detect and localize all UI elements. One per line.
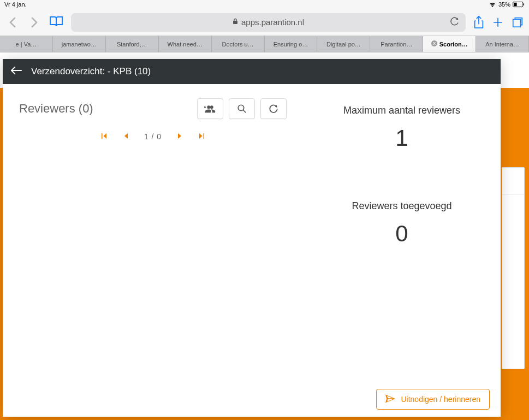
svg-rect-2: [524, 3, 524, 5]
modal-back-button[interactable]: [10, 66, 22, 78]
address-bar[interactable]: apps.parantion.nl: [71, 13, 466, 32]
forward-nav-arrow[interactable]: [27, 17, 41, 28]
reviewers-column: Reviewers (0): [19, 98, 287, 368]
battery-icon: [513, 2, 525, 8]
group-add-icon: [204, 104, 216, 113]
lock-icon: [233, 18, 238, 26]
browser-tab[interactable]: Doctors u…: [212, 36, 265, 52]
browser-tab[interactable]: jamanetwo…: [53, 36, 106, 52]
wifi-icon: [489, 2, 496, 7]
svg-rect-1: [514, 2, 517, 5]
modal-header: Verzendoverzicht: - KPB (10): [3, 59, 501, 84]
send-overview-modal: Verzendoverzicht: - KPB (10) Reviewers (…: [3, 59, 501, 417]
pagination: 1 / 0: [19, 132, 287, 141]
reload-icon[interactable]: [449, 16, 459, 28]
reviewers-added-stat: Reviewers toegevoegd 0: [319, 200, 484, 247]
browser-tab-bar: e | Va… jamanetwo… Stanford,… What need……: [0, 36, 529, 52]
reviewers-added-value: 0: [319, 221, 484, 247]
max-reviewers-value: 1: [319, 125, 484, 151]
send-icon: [385, 394, 395, 405]
max-reviewers-stat: Maximum aantal reviewers 1: [319, 105, 484, 151]
max-reviewers-label: Maximum aantal reviewers: [319, 105, 484, 116]
battery-percent: 35%: [498, 1, 510, 8]
refresh-button[interactable]: [260, 98, 287, 119]
back-nav-arrow[interactable]: [5, 17, 20, 28]
reviewers-added-label: Reviewers toegevoegd: [319, 200, 484, 212]
safari-toolbar: apps.parantion.nl: [0, 9, 529, 36]
status-time: Vr 4 jan.: [4, 1, 27, 8]
tabs-icon[interactable]: [512, 16, 524, 28]
next-page-button[interactable]: [178, 132, 182, 141]
svg-rect-7: [513, 19, 521, 27]
modal-body: Reviewers (0): [3, 84, 501, 382]
svg-point-10: [210, 105, 213, 109]
browser-tab[interactable]: e | Va…: [0, 36, 53, 52]
new-tab-icon[interactable]: [492, 16, 504, 28]
background-card: [502, 167, 525, 369]
close-icon[interactable]: [431, 40, 437, 48]
svg-line-13: [243, 110, 246, 113]
refresh-icon: [269, 104, 278, 114]
prev-page-button[interactable]: [123, 132, 128, 141]
stats-column: Maximum aantal reviewers 1 Reviewers toe…: [319, 98, 484, 368]
browser-tab[interactable]: Parantion…: [370, 36, 423, 52]
search-icon: [237, 104, 247, 114]
invite-remind-button[interactable]: Uitnodigen / herinneren: [376, 389, 490, 410]
browser-tab-active[interactable]: Scorion…: [423, 36, 476, 52]
browser-tab[interactable]: What need…: [159, 36, 212, 52]
modal-title: Verzendoverzicht: - KPB (10): [31, 66, 151, 77]
status-right: 35%: [489, 1, 525, 8]
reviewers-heading: Reviewers (0): [19, 102, 93, 116]
add-people-button[interactable]: [197, 98, 223, 119]
url-host: apps.parantion.nl: [241, 17, 304, 27]
browser-tab[interactable]: An Interna…: [476, 36, 529, 52]
bookmarks-icon[interactable]: [49, 15, 63, 29]
last-page-button[interactable]: [199, 132, 205, 141]
svg-point-11: [207, 105, 210, 109]
browser-tab[interactable]: Digitaal po…: [317, 36, 370, 52]
first-page-button[interactable]: [100, 132, 107, 141]
invite-button-label: Uitnodigen / herinneren: [401, 395, 480, 404]
modal-footer: Uitnodigen / herinneren: [3, 382, 501, 417]
search-button[interactable]: [229, 98, 255, 119]
page-indicator: 1 / 0: [144, 132, 162, 141]
browser-tab[interactable]: Ensuring o…: [265, 36, 318, 52]
action-button-group: [197, 98, 287, 119]
share-icon[interactable]: [473, 16, 484, 29]
ios-status-bar: Vr 4 jan. 35%: [0, 0, 529, 9]
svg-rect-3: [233, 21, 237, 24]
browser-tab[interactable]: Stanford,…: [106, 36, 159, 52]
